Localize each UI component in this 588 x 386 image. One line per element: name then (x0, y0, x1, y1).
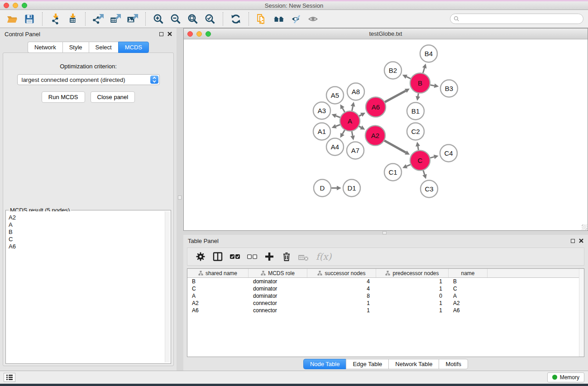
show-all-button[interactable] (306, 12, 321, 26)
column-header-name[interactable]: name (449, 269, 488, 277)
edge-A-A6[interactable] (359, 113, 365, 117)
table-row[interactable]: A2connector11A2 (187, 300, 584, 307)
table-cell[interactable]: 1 (307, 307, 376, 314)
edge-A6-B[interactable] (385, 89, 410, 102)
table-cell[interactable]: 8 (307, 293, 376, 299)
column-header-predecessor-nodes[interactable]: predecessor nodes (376, 269, 449, 277)
table-cell[interactable]: A6 (187, 307, 249, 314)
table-cell[interactable]: A (187, 293, 249, 299)
table-row[interactable]: A6connector11A6 (187, 307, 584, 314)
delete-column-button[interactable] (279, 249, 294, 264)
tab-edge-table[interactable]: Edge Table (346, 359, 388, 369)
table-cell[interactable]: connector (249, 300, 307, 306)
deselect-all-rows-button[interactable] (244, 249, 260, 264)
node-A1[interactable]: A1 (313, 123, 330, 140)
import-table-button[interactable] (65, 12, 80, 26)
optimization-criterion-select[interactable]: largest connected component (directed) (17, 74, 160, 85)
tab-select[interactable]: Select (89, 42, 118, 53)
hide-selected-button[interactable] (288, 12, 304, 26)
result-item[interactable]: A6 (7, 243, 164, 250)
close-panel-icon[interactable] (167, 32, 172, 36)
node-A5[interactable]: A5 (326, 87, 344, 104)
result-item[interactable]: B (7, 229, 164, 236)
table-cell[interactable]: 1 (376, 278, 449, 285)
table-cell[interactable]: C (187, 286, 249, 292)
column-header-shared-name[interactable]: shared name (187, 269, 249, 277)
edge-A-A7[interactable] (350, 131, 355, 140)
tab-node-table[interactable]: Node Table (303, 359, 346, 369)
edge-B-B2[interactable] (402, 75, 411, 79)
node-A4[interactable]: A4 (326, 138, 344, 156)
node-C[interactable]: C (410, 151, 430, 171)
node-B2[interactable]: B2 (384, 62, 402, 79)
table-options-button[interactable] (193, 249, 208, 264)
column-header-MCDS-role[interactable]: MCDS role (249, 269, 307, 277)
select-all-rows-button[interactable] (227, 249, 243, 264)
node-B3[interactable]: B3 (440, 80, 458, 97)
node-A7[interactable]: A7 (347, 142, 364, 159)
float-panel-icon[interactable] (159, 32, 163, 36)
result-item[interactable]: A (7, 221, 164, 229)
run-mcds-button[interactable]: Run MCDS (42, 91, 85, 103)
zoom-out-button[interactable] (168, 12, 183, 26)
export-network-button[interactable] (91, 12, 106, 26)
result-list-scrollbar[interactable] (165, 211, 170, 362)
panel-divider-vertical[interactable] (177, 28, 183, 371)
node-C4[interactable]: C4 (440, 145, 457, 162)
table-row[interactable]: Cdominator41C (187, 285, 584, 292)
node-A2[interactable]: A2 (365, 126, 385, 146)
node-B1[interactable]: B1 (407, 103, 424, 120)
zoom-selected-button[interactable] (202, 12, 218, 26)
edge-A-A5[interactable] (340, 104, 345, 112)
apply-layout-button[interactable] (228, 12, 244, 26)
table-cell[interactable]: B (187, 278, 249, 285)
table-cell[interactable]: A2 (187, 300, 249, 306)
table-cell[interactable]: dominator (249, 293, 307, 299)
edge-C-C4[interactable] (430, 155, 438, 159)
show-column-button[interactable] (210, 249, 225, 264)
zoom-in-button[interactable] (151, 12, 166, 26)
node-D[interactable]: D (314, 180, 331, 197)
network-canvas[interactable]: B4B2BB3A5A8A6A3B1AC2A1A2A4A7C4CC1DD1C3 (184, 39, 588, 230)
edge-A-A8[interactable] (351, 102, 355, 111)
table-cell[interactable]: connector (249, 307, 307, 314)
node-D1[interactable]: D1 (343, 180, 360, 197)
table-cell[interactable]: A (449, 293, 488, 299)
create-column-button[interactable] (262, 249, 277, 264)
table-cell[interactable]: 1 (376, 300, 449, 306)
close-panel-button[interactable]: Close panel (91, 91, 135, 103)
close-panel-icon[interactable] (579, 238, 583, 243)
tab-style[interactable]: Style (62, 42, 89, 53)
edge-A-A2[interactable] (359, 125, 365, 129)
export-image-button[interactable] (125, 12, 140, 26)
edge-A-A4[interactable] (340, 130, 345, 138)
edge-B-B4[interactable] (422, 64, 427, 73)
node-A8[interactable]: A8 (347, 83, 364, 100)
edge-D-D1[interactable] (331, 186, 341, 191)
zoom-fit-button[interactable] (185, 12, 201, 26)
node-B[interactable]: B (410, 73, 430, 93)
edge-C-C2[interactable] (416, 142, 420, 150)
node-A[interactable]: A (340, 111, 360, 131)
save-session-button[interactable] (22, 12, 37, 26)
open-session-button[interactable] (5, 12, 20, 26)
memory-button[interactable]: Memory (547, 372, 584, 382)
node-A6[interactable]: A6 (366, 97, 386, 117)
mcds-result-list[interactable]: A2ABCA6 (7, 211, 164, 362)
network-from-selection-button[interactable] (254, 12, 269, 26)
table-row[interactable]: Bdominator41B (187, 278, 584, 285)
result-item[interactable]: C (7, 236, 164, 243)
column-header-successor-nodes[interactable]: successor nodes (307, 269, 376, 277)
edge-C-C3[interactable] (422, 170, 427, 179)
node-C2[interactable]: C2 (407, 123, 424, 140)
first-neighbors-button[interactable] (271, 12, 287, 26)
table-scrollbar[interactable] (579, 269, 584, 357)
node-C3[interactable]: C3 (421, 181, 438, 198)
table-cell[interactable]: 4 (307, 286, 376, 292)
task-history-button[interactable] (4, 373, 15, 382)
node-A3[interactable]: A3 (313, 102, 330, 119)
table-cell[interactable]: 0 (376, 293, 449, 299)
table-cell[interactable]: dominator (249, 286, 307, 292)
float-panel-icon[interactable] (571, 239, 575, 243)
table-cell[interactable]: 1 (376, 307, 449, 314)
